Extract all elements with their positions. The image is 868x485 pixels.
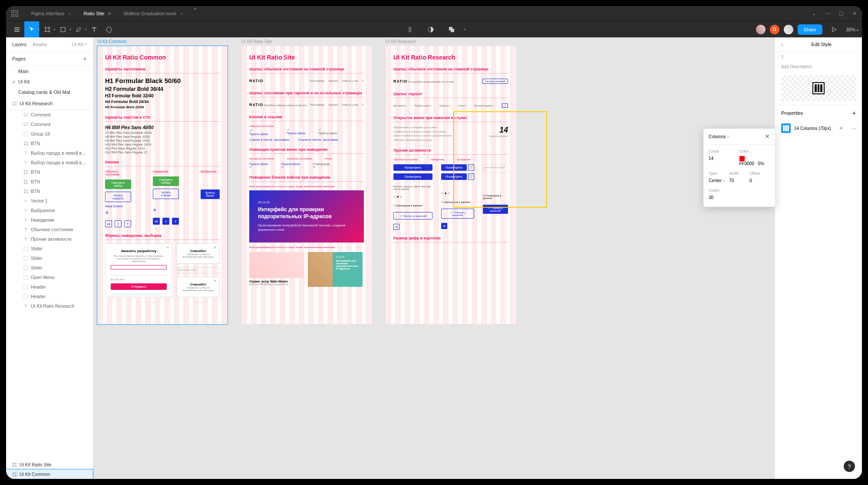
layer-item[interactable]: Наведение	[6, 215, 93, 225]
close-window-icon[interactable]: ✕	[852, 10, 857, 17]
add-page-button[interactable]: +	[83, 55, 87, 62]
layer-item[interactable]: Прочие активности	[6, 234, 93, 244]
count-field[interactable]: 14	[709, 156, 739, 166]
layer-item[interactable]: Group 18	[6, 129, 93, 139]
description-field[interactable]: Add Description	[775, 62, 862, 72]
remove-icon[interactable]: —	[851, 126, 856, 131]
layer-item[interactable]: Vector 1	[6, 196, 93, 206]
close-icon: ✕	[166, 246, 169, 249]
layer-item[interactable]: BTN	[6, 177, 93, 186]
layers-list: CommentCommentGroup 18BTNВыбор города в …	[6, 110, 93, 460]
layer-item[interactable]: BTN	[6, 186, 93, 196]
close-icon[interactable]: ✕	[765, 133, 770, 140]
layer-item[interactable]: Обычное состояние	[6, 225, 93, 234]
style-name-field[interactable]: 1	[775, 52, 862, 62]
field-label: Gutter	[709, 188, 770, 193]
typography-sample: H10 IBM Plex Sans Regular 14/24	[105, 143, 220, 146]
avatar[interactable]	[756, 25, 766, 34]
frame-section-label[interactable]: Ui Kit Research	[20, 101, 53, 106]
property-row[interactable]: 14 Columns (70px) 👁 —	[775, 121, 862, 136]
add-tab-button[interactable]: +	[189, 6, 201, 21]
layer-item[interactable]: Comment	[6, 110, 93, 120]
app-menu-icon[interactable]	[11, 10, 18, 17]
layer-item[interactable]: Slider	[6, 244, 93, 253]
frame-ui-kit-research[interactable]: Ui Kit Research UI Kit Ratio Research Ша…	[386, 46, 516, 324]
style-preview	[781, 75, 856, 101]
avatar[interactable]: O	[770, 25, 779, 34]
minimize-icon[interactable]: —	[825, 10, 830, 17]
boolean-icon[interactable]	[444, 21, 459, 38]
layer-item[interactable]: Header	[6, 282, 93, 292]
typography-sample: H7 IBM Plex Sans Semibold 20/30	[105, 131, 220, 134]
frame-label[interactable]: Ui Kit Common	[97, 39, 126, 44]
text-tool[interactable]	[87, 21, 102, 38]
page-selector[interactable]: Ui Kit ▾	[72, 42, 87, 47]
svg-rect-22	[24, 123, 28, 125]
layer-item[interactable]: Slider	[6, 263, 93, 272]
comment-tool[interactable]	[102, 21, 116, 38]
assets-tab[interactable]: Assets	[33, 42, 47, 47]
offset-field[interactable]: 0	[749, 178, 770, 183]
color-swatch[interactable]	[739, 156, 745, 161]
column-label: Наведение	[153, 170, 179, 173]
frame-label[interactable]: Ui Kit Ratio Site	[241, 39, 272, 44]
layers-tab[interactable]: Layers	[12, 42, 26, 47]
page-item[interactable]: Ui Kit	[6, 76, 93, 87]
maximize-icon[interactable]: ▢	[839, 10, 844, 17]
layer-item[interactable]: Open Menu	[6, 272, 93, 282]
gutter-field[interactable]: 30	[709, 195, 770, 200]
component-icon[interactable]	[403, 21, 417, 38]
popover-title[interactable]: Columns ▾	[709, 134, 729, 139]
avatar[interactable]	[784, 25, 793, 34]
mask-icon[interactable]	[423, 21, 438, 38]
section-heading: Шапка: скролл	[393, 92, 508, 98]
width-field[interactable]: 70	[729, 178, 749, 183]
present-icon[interactable]	[827, 21, 842, 38]
svg-rect-16	[451, 29, 454, 32]
help-button[interactable]: ?	[844, 461, 855, 472]
add-property-button[interactable]: +	[852, 110, 856, 116]
property-name: 14 Columns (70px)	[794, 126, 831, 131]
sample-button: Смотреть кейсы	[105, 179, 131, 189]
tab-skillbox[interactable]: Skillbox Graduation work✕	[117, 6, 189, 21]
move-tool[interactable]	[24, 21, 39, 38]
columns-icon	[781, 123, 791, 133]
color-field[interactable]: FF0000 5%	[739, 156, 770, 166]
close-icon[interactable]: ✕	[68, 11, 71, 16]
layer-item[interactable]: Выбор города в левой в...	[6, 158, 93, 167]
visibility-toggle-icon[interactable]: 👁	[839, 126, 843, 131]
type-field[interactable]: Center ▾	[709, 178, 729, 183]
layer-item[interactable]: UI Kit Ratio Research	[6, 301, 93, 311]
shape-tool[interactable]	[56, 21, 70, 38]
layer-item[interactable]: Выбранное	[6, 206, 93, 215]
page-item[interactable]: Main	[6, 66, 93, 76]
close-icon[interactable]: ✕	[180, 11, 183, 16]
page-item[interactable]: Catalog cards & Old Mat	[6, 87, 93, 97]
layer-item[interactable]: BTN	[6, 167, 93, 177]
menu-icon[interactable]	[10, 21, 24, 38]
close-icon[interactable]: ✕	[108, 11, 111, 16]
layer-frame[interactable]: Ui Kit Ratio Site	[6, 460, 93, 469]
tab-ratio-site[interactable]: Ratio Site✕	[77, 6, 117, 21]
layer-frame[interactable]: Ui Kit Common	[6, 469, 93, 479]
layer-item[interactable]: Comment	[6, 120, 93, 129]
share-button[interactable]: Share	[798, 24, 822, 35]
layer-item[interactable]: BTN	[6, 139, 93, 148]
layer-item[interactable]: Slider	[6, 253, 93, 263]
frame-ui-kit-ratio-site[interactable]: Ui Kit Ratio Site UI Kit Ratio Site Шапк…	[241, 46, 372, 324]
section-heading: Формы, наведение, выборка	[105, 233, 220, 240]
tab-figma-interface[interactable]: Figma Interface✕	[25, 6, 77, 21]
frame-tool[interactable]	[40, 21, 55, 38]
pages-label: Pages	[12, 56, 26, 61]
layer-item[interactable]: Header	[6, 292, 93, 301]
chevron-down-icon[interactable]: ⌄	[812, 10, 816, 17]
pen-tool[interactable]	[71, 21, 86, 38]
frame-ui-kit-common[interactable]: Ui Kit Common UI Kit Ratio Common Шрифты…	[97, 46, 228, 324]
canvas[interactable]: Ui Kit Common UI Kit Ratio Common Шрифты…	[93, 37, 775, 479]
back-button[interactable]: ‹	[781, 42, 783, 47]
frame-label[interactable]: Ui Kit Research	[386, 39, 416, 44]
section-heading: Размер цифр в карточке	[393, 236, 508, 242]
right-panel: ‹ Edit Style 1 Add Description Propertie…	[775, 37, 862, 479]
zoom-level[interactable]: 30% ▾	[846, 27, 858, 32]
layer-item[interactable]: Выбор города в левой в...	[6, 148, 93, 158]
